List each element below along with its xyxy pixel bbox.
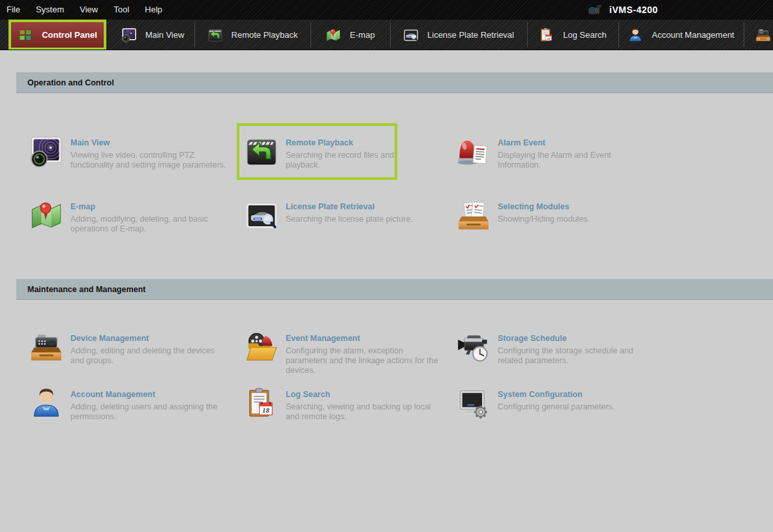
module-device-management[interactable]: Device Management Adding, editing and de… — [29, 331, 238, 366]
section-maintenance-and-management: Maintenance and Management — [16, 278, 773, 300]
module-description: Configuring the storage schedule and rel… — [498, 346, 656, 366]
tab-bar: Control Panel Main View Remote Playback … — [0, 20, 773, 50]
event-management-icon — [245, 331, 279, 364]
tab-label: Control Panel — [42, 30, 97, 40]
tab-label: Log Search — [563, 30, 607, 40]
module-license-plate-retrieval[interactable]: License Plate Retrieval Searching the li… — [245, 199, 453, 233]
module-account-management[interactable]: Account Management Adding, deleting user… — [29, 387, 238, 422]
module-description: Showing/Hiding modules. — [498, 214, 656, 224]
module-description: Displaying the Alarm and Event Informati… — [498, 151, 641, 170]
system-configuration-icon — [457, 387, 491, 421]
menu-system[interactable]: System — [28, 0, 72, 20]
module-title: License Plate Retrieval — [286, 202, 444, 211]
menu-file[interactable]: File — [0, 0, 28, 20]
tabbar-spacer — [106, 20, 111, 50]
module-description: Searching the record files and playback. — [286, 151, 408, 170]
tab-account-management[interactable]: Account Management — [618, 20, 744, 50]
section-title: Maintenance and Management — [27, 285, 145, 294]
account-management-icon — [628, 27, 643, 43]
module-description: Adding, deleting users and assigning the… — [70, 402, 228, 422]
control-panel-page: Operation and Control Main View Viewing … — [0, 51, 773, 532]
tab-remote-playback[interactable]: Remote Playback — [194, 20, 311, 50]
module-description: Configuring general parameters. — [498, 402, 656, 412]
tab-license-plate-retrieval[interactable]: License Plate Retrieval — [390, 20, 527, 50]
module-title: Main View — [70, 138, 228, 147]
app-title: iVMS-4200 — [586, 0, 658, 20]
module-description: Configuring the alarm, exception paramet… — [286, 346, 444, 376]
account-management-icon — [29, 387, 63, 421]
alarm-event-icon — [457, 135, 491, 169]
selecting-modules-icon — [457, 199, 491, 233]
license-plate-icon — [403, 27, 419, 43]
module-description: Adding, modifying, deleting, and basic o… — [70, 214, 228, 234]
module-description: Searching the license plate picture. — [286, 214, 444, 224]
tab-label: Account Management — [652, 30, 734, 40]
section-title: Operation and Control — [27, 78, 114, 87]
main-view-icon — [29, 135, 63, 169]
module-e-map[interactable]: E-map Adding, modifying, deleting, and b… — [29, 199, 238, 234]
log-search-icon — [245, 387, 279, 421]
module-title: Event Management — [286, 334, 444, 343]
module-event-management[interactable]: Event Management Configuring the alarm, … — [245, 331, 453, 376]
menu-bar: File System View Tool Help iVMS-4200 — [0, 0, 773, 20]
tab-log-search[interactable]: Log Search — [527, 20, 618, 50]
module-title: System Configuration — [498, 390, 656, 399]
section-operation-and-control: Operation and Control — [16, 72, 773, 93]
tab-main-view[interactable]: Main View — [111, 20, 194, 50]
tab-label: Remote Playback — [232, 30, 298, 40]
remote-playback-icon — [207, 27, 223, 43]
control-panel-icon — [18, 27, 33, 43]
tabbar-spacer — [0, 20, 8, 50]
module-alarm-event[interactable]: Alarm Event Displaying the Alarm and Eve… — [457, 135, 665, 170]
device-drawer-icon — [755, 27, 771, 43]
module-remote-playback[interactable]: Remote Playback Searching the record fil… — [245, 135, 408, 170]
module-main-view[interactable]: Main View Viewing live video, controllin… — [29, 135, 238, 170]
module-title: E-map — [70, 202, 228, 211]
module-title: Selecting Modules — [498, 202, 656, 211]
module-title: Storage Schedule — [498, 334, 656, 343]
app-title-text: iVMS-4200 — [609, 5, 658, 15]
module-title: Account Management — [70, 390, 228, 399]
license-plate-icon — [245, 199, 279, 233]
tab-device-management-partial[interactable] — [744, 20, 773, 50]
tab-label: E-map — [350, 30, 374, 40]
tab-label: Main View — [145, 30, 185, 40]
module-description: Searching, viewing and backing up local … — [286, 402, 444, 422]
device-drawer-icon — [29, 331, 63, 364]
e-map-icon — [326, 27, 341, 43]
module-title: Device Management — [70, 334, 228, 343]
module-system-configuration[interactable]: System Configuration Configuring general… — [457, 387, 665, 421]
e-map-icon — [29, 199, 63, 233]
module-description: Viewing live video, controlling PTZ func… — [70, 151, 228, 170]
module-selecting-modules[interactable]: Selecting Modules Showing/Hiding modules… — [457, 199, 665, 233]
storage-schedule-icon — [457, 331, 491, 364]
menu-tool[interactable]: Tool — [106, 0, 137, 20]
log-search-icon — [539, 27, 554, 43]
remote-playback-icon — [245, 135, 279, 169]
tab-label: License Plate Retrieval — [427, 30, 514, 40]
module-storage-schedule[interactable]: Storage Schedule Configuring the storage… — [457, 331, 665, 366]
menu-help[interactable]: Help — [137, 0, 170, 20]
main-view-icon — [121, 27, 137, 43]
tab-control-panel[interactable]: Control Panel — [8, 20, 106, 50]
menu-view[interactable]: View — [72, 0, 106, 20]
module-title: Log Search — [286, 390, 444, 399]
module-log-search[interactable]: Log Search Searching, viewing and backin… — [245, 387, 453, 422]
module-title: Remote Playback — [286, 138, 408, 147]
module-description: Adding, editing and deleting the devices… — [70, 346, 228, 366]
module-title: Alarm Event — [498, 138, 641, 147]
camera-logo-icon — [586, 2, 604, 18]
tab-e-map[interactable]: E-map — [311, 20, 390, 50]
